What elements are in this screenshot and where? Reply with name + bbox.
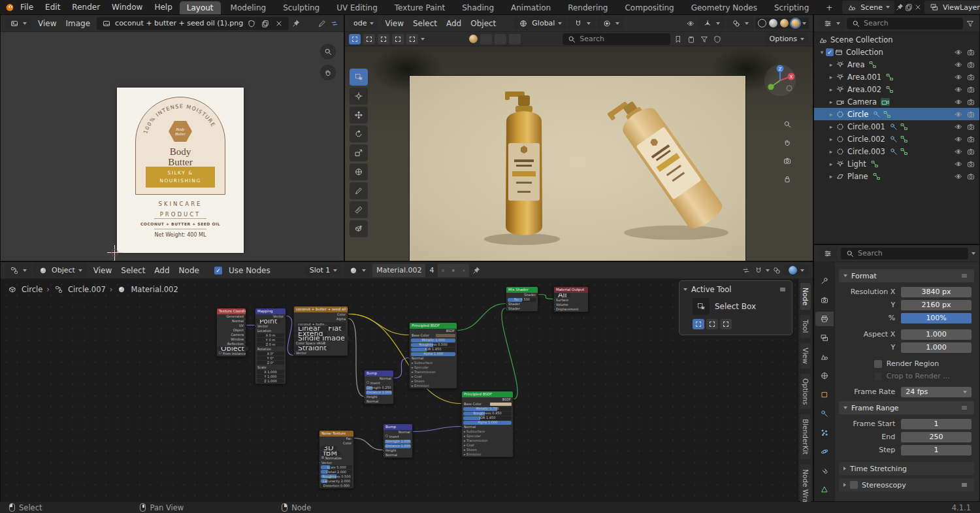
- shader-type-dropdown[interactable]: Object: [33, 264, 87, 277]
- zoom-icon[interactable]: [320, 44, 336, 59]
- disclosure-icon[interactable]: ▸: [827, 99, 835, 105]
- properties-search[interactable]: Search: [841, 248, 968, 259]
- properties-tab-physics[interactable]: [815, 444, 834, 459]
- socket-out[interactable]: [245, 343, 246, 346]
- shader-menu-view[interactable]: View: [89, 265, 116, 276]
- pin-icon[interactable]: [291, 18, 301, 29]
- node-row[interactable]: Metallic 0.700: [462, 406, 513, 411]
- tool-cursor[interactable]: [350, 88, 368, 105]
- node-row[interactable]: All: [554, 293, 571, 297]
- proportional-edit-dropdown[interactable]: [597, 17, 624, 30]
- node-row[interactable]: Distance 1.000: [365, 390, 393, 395]
- disclosure-icon[interactable]: ▸: [827, 86, 835, 93]
- panel-format[interactable]: Format: [839, 269, 974, 282]
- select-mode-intersect-icon[interactable]: [406, 34, 418, 44]
- fake-user-icon[interactable]: [246, 18, 257, 29]
- outliner-item-scene-collection[interactable]: Scene Collection: [814, 33, 979, 46]
- node-row[interactable]: Base Color: [462, 402, 513, 406]
- active-tool-item[interactable]: Select Box: [693, 298, 788, 315]
- collection-checkbox[interactable]: ✓: [826, 48, 834, 56]
- side-tab-view[interactable]: View: [800, 343, 811, 369]
- outliner-item-area-002[interactable]: ▸Area.002: [814, 83, 979, 95]
- topbar-menu-window[interactable]: Window: [107, 1, 147, 13]
- viewport-search[interactable]: Search: [563, 33, 670, 45]
- socket-out[interactable]: [456, 330, 457, 333]
- side-tab-node[interactable]: Node: [800, 283, 811, 310]
- node-row[interactable]: IOR 1.450: [462, 416, 513, 420]
- properties-tab-particles[interactable]: [815, 425, 834, 440]
- node-row[interactable]: Roughness 0.500: [410, 342, 457, 347]
- use-nodes-checkbox[interactable]: ✓: [214, 267, 222, 274]
- side-tab-options[interactable]: Options: [800, 374, 811, 410]
- node-row[interactable]: 3D: [319, 446, 337, 450]
- camera-icon[interactable]: [964, 73, 977, 81]
- disclosure-icon[interactable]: ▸: [827, 161, 835, 167]
- node-mix[interactable]: Mix ShaderShaderFac 0.500ShaderShader: [506, 286, 538, 312]
- filter-icon[interactable]: [699, 34, 710, 44]
- socket-out[interactable]: [245, 325, 246, 327]
- mode-extend-icon[interactable]: [706, 319, 718, 329]
- disclosure-icon[interactable]: ▸: [827, 136, 835, 142]
- scene-selector[interactable]: Scene: [842, 1, 894, 14]
- workspace-tab-layout[interactable]: Layout: [180, 1, 221, 14]
- outliner-item-circle-001[interactable]: ▸Circle.001: [814, 120, 979, 133]
- outliner-item-plane[interactable]: ▸Plane: [814, 170, 979, 182]
- socket-out[interactable]: [512, 399, 514, 401]
- node-row[interactable]: Y 0°: [255, 356, 286, 361]
- eye-icon[interactable]: [952, 86, 964, 93]
- outliner-search[interactable]: Search: [847, 18, 963, 29]
- node-row[interactable]: Lacunarity 2.000: [319, 479, 353, 484]
- properties-options-caret[interactable]: [972, 252, 975, 255]
- socket-in[interactable]: [319, 461, 321, 464]
- node-row[interactable]: Distortion 0.000: [319, 484, 353, 488]
- workspace-tab-rendering[interactable]: Rendering: [561, 1, 615, 14]
- mode-dropdown[interactable]: ode: [349, 18, 378, 29]
- properties-display-mode[interactable]: [818, 247, 838, 260]
- duplicate-image-icon[interactable]: [260, 18, 270, 29]
- select-mode-new-icon[interactable]: [349, 34, 361, 44]
- node-row[interactable]: X 0°: [255, 352, 286, 356]
- active-tool-header[interactable]: Active Tool: [683, 284, 788, 295]
- outliner-item-circle-003[interactable]: ▸Circle.003: [814, 145, 979, 157]
- tool-transform[interactable]: [350, 163, 368, 180]
- breadcrumb-nodetree[interactable]: Circle.007: [68, 285, 106, 294]
- shading-preview-dropdown[interactable]: [784, 265, 809, 276]
- resolution-x-input[interactable]: 3840 px: [901, 287, 972, 297]
- tool-scale[interactable]: [350, 144, 368, 161]
- socket-out[interactable]: [353, 442, 354, 445]
- aspect-x-input[interactable]: 1.000: [901, 329, 972, 340]
- node-row[interactable]: Y 0 m: [255, 338, 286, 342]
- camera-view-icon[interactable]: [780, 154, 794, 168]
- disclosure-icon[interactable]: ▸: [827, 61, 835, 68]
- viewport-menu-add[interactable]: Add: [442, 18, 466, 29]
- workspace-tab-modeling[interactable]: Modeling: [223, 1, 274, 14]
- disclosure-icon[interactable]: ▸: [827, 173, 835, 180]
- socket-out[interactable]: [347, 314, 348, 316]
- gizmos-dropdown[interactable]: [698, 17, 725, 30]
- workspace-tab-animation[interactable]: Animation: [504, 1, 558, 14]
- node-row[interactable]: Single Image: [294, 337, 349, 341]
- frame-start-input[interactable]: 1: [901, 419, 972, 429]
- node-bsdf2[interactable]: Principled BSDFBSDFBase ColorMetallic 0.…: [461, 391, 514, 457]
- frame-end-input[interactable]: 250: [901, 432, 972, 442]
- snap-caret[interactable]: [766, 269, 770, 272]
- stereoscopy-checkbox[interactable]: [850, 481, 858, 489]
- node-row[interactable]: X 1.000: [255, 370, 286, 374]
- shield-icon[interactable]: [712, 34, 723, 44]
- viewport-menu-view[interactable]: View: [380, 18, 408, 29]
- disclosure-icon[interactable]: ▸: [827, 111, 835, 118]
- properties-tab-tool[interactable]: [815, 274, 834, 288]
- node-row[interactable]: Roughness 0.500: [319, 474, 353, 479]
- tool-option-icon[interactable]: [509, 34, 521, 44]
- material-browse[interactable]: [344, 264, 370, 277]
- outliner-item-area[interactable]: ▸Area: [814, 58, 979, 71]
- resolution-y-input[interactable]: 2160 px: [901, 300, 972, 310]
- node-row[interactable]: Scale 5.000: [319, 465, 353, 470]
- unlink-image-icon[interactable]: [274, 18, 284, 29]
- socket-in[interactable]: [294, 352, 295, 355]
- shader-menu-add[interactable]: Add: [150, 265, 174, 276]
- breadcrumb-material[interactable]: Material.002: [131, 285, 178, 294]
- workspace-tab-[interactable]: +: [819, 1, 840, 14]
- select-mode-extend-icon[interactable]: [363, 34, 375, 44]
- node-mapping[interactable]: MappingVectorPointVectorLocationX 0 mY 0…: [255, 308, 286, 384]
